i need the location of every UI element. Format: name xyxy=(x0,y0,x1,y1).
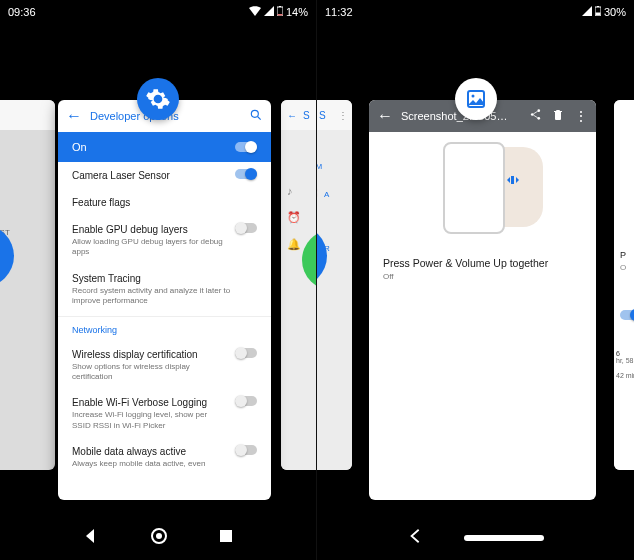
status-bar: 09:36 14% xyxy=(0,0,316,24)
back-arrow-icon[interactable]: ← xyxy=(377,107,393,125)
share-icon[interactable] xyxy=(529,108,542,124)
wifi-icon xyxy=(249,6,261,18)
svg-rect-1 xyxy=(279,6,281,7)
bg-card-right[interactable]: P O 6 hr, 58 min 42 min xyxy=(614,100,634,470)
svg-point-14 xyxy=(471,95,474,98)
signal-icon xyxy=(582,6,592,18)
gear-icon xyxy=(145,86,171,112)
svg-rect-20 xyxy=(511,176,514,184)
battery-pct: 30% xyxy=(604,6,626,18)
search-icon[interactable] xyxy=(249,108,263,125)
svg-rect-2 xyxy=(277,14,282,16)
master-toggle[interactable] xyxy=(235,142,257,152)
status-bar: 11:32 30% xyxy=(317,0,634,24)
power-button-hint xyxy=(505,172,521,184)
app-icon-photos[interactable] xyxy=(455,78,497,120)
bg-card-left[interactable]: ← S ⋮ ♪M ⏰A A 🔔R xyxy=(317,100,352,470)
setting-screenshot-gesture[interactable]: Press Power & Volume Up together Off xyxy=(369,247,596,292)
signal-icon xyxy=(264,6,274,18)
bg-toggle xyxy=(620,310,634,320)
bg-card-right[interactable]: ← S ♪ ⏰ 🔔 xyxy=(281,100,317,470)
alarm-clock-icon: ⏰ xyxy=(287,211,301,224)
setting-wifi-verbose[interactable]: Enable Wi-Fi Verbose Logging Increase Wi… xyxy=(58,389,271,438)
recents-view[interactable]: ← S ⋮ ♪M ⏰A A 🔔R P O xyxy=(317,60,634,515)
back-arrow-icon[interactable]: ← xyxy=(66,107,82,125)
main-card[interactable]: ← Screenshot_2.1805… ⋮ xyxy=(369,100,596,500)
battery-icon xyxy=(595,6,601,18)
svg-rect-11 xyxy=(597,6,599,7)
toggle-wireless-display[interactable] xyxy=(235,348,257,358)
bell-icon: 🔔 xyxy=(287,238,301,251)
app-icon-settings[interactable] xyxy=(137,78,179,120)
toggle-wifi-verbose[interactable] xyxy=(235,396,257,406)
section-networking: Networking xyxy=(58,319,271,341)
nav-home[interactable] xyxy=(150,527,168,549)
setting-mobile-data[interactable]: Mobile data always active Always keep mo… xyxy=(58,438,271,476)
clock: 09:36 xyxy=(8,6,36,18)
menu-icon[interactable]: ⋮ xyxy=(574,108,588,124)
toggle-gpu-debug[interactable] xyxy=(235,223,257,233)
svg-rect-12 xyxy=(595,13,600,16)
setting-camera-laser[interactable]: Camera Laser Sensor xyxy=(58,162,271,189)
phone-outline xyxy=(443,142,505,234)
phone-left: 09:36 14% xyxy=(0,0,317,560)
nav-recents[interactable] xyxy=(218,528,234,548)
bg-card-left[interactable]: POST xyxy=(0,100,55,470)
battery-pct: 14% xyxy=(286,6,308,18)
clock: 11:32 xyxy=(325,6,353,18)
illustration xyxy=(369,132,596,247)
music-note-icon: ♪ xyxy=(287,185,301,197)
menu-icon: ⋮ xyxy=(338,110,348,121)
setting-system-tracing[interactable]: System Tracing Record system activity an… xyxy=(58,265,271,314)
nav-bar xyxy=(317,515,634,560)
master-toggle-row[interactable]: On xyxy=(58,132,271,162)
toggle-mobile-data[interactable] xyxy=(235,445,257,455)
photo-icon xyxy=(464,87,488,111)
phone-right: 11:32 30% ← S ⋮ ♪M xyxy=(317,0,634,560)
svg-point-8 xyxy=(156,533,162,539)
svg-point-17 xyxy=(537,117,540,120)
setting-wireless-display[interactable]: Wireless display certification Show opti… xyxy=(58,341,271,390)
nav-back[interactable] xyxy=(82,527,100,549)
nav-bar xyxy=(0,515,316,560)
svg-point-15 xyxy=(531,113,534,116)
alarm-clock-icon: ⏰ xyxy=(317,188,319,201)
svg-line-18 xyxy=(533,111,537,114)
nav-home-pill[interactable] xyxy=(464,535,544,541)
master-toggle-label: On xyxy=(72,141,87,153)
battery-icon xyxy=(277,6,283,18)
svg-point-16 xyxy=(537,109,540,112)
back-arrow-icon: ← xyxy=(287,110,297,121)
setting-gpu-debug[interactable]: Enable GPU debug layers Allow loading GP… xyxy=(58,216,271,265)
toggle-camera-laser[interactable] xyxy=(235,169,257,179)
svg-point-5 xyxy=(251,110,258,117)
main-card[interactable]: ← Developer options On Camera Laser Sens… xyxy=(58,100,271,500)
svg-line-6 xyxy=(258,116,261,119)
trash-icon[interactable] xyxy=(552,108,564,124)
svg-rect-9 xyxy=(220,530,232,542)
recents-view[interactable]: POST ← S ♪ ⏰ 🔔 xyxy=(0,60,316,515)
divider xyxy=(58,316,271,317)
svg-line-19 xyxy=(533,115,537,118)
setting-feature-flags[interactable]: Feature flags xyxy=(58,189,271,216)
nav-back[interactable] xyxy=(408,528,424,548)
